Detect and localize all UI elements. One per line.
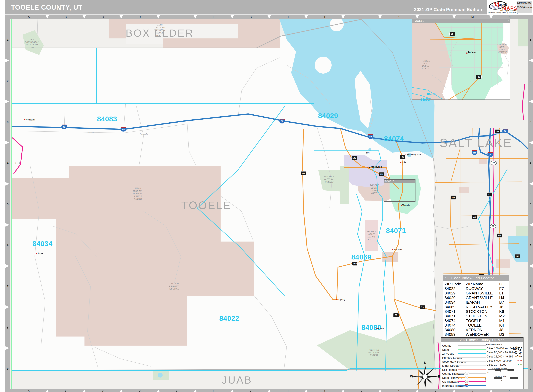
legend-city-class-2: Cities 25,000 - 49,999•City	[486, 354, 523, 358]
zip-table-row: 84034IBAPAHB7	[443, 300, 509, 304]
grid-notch	[529, 223, 533, 227]
grid-notch	[415, 15, 419, 19]
area-label-7: TOOELE ARMY DEPOT SOUTH	[367, 230, 376, 241]
inset-title: TOOELE	[413, 19, 425, 23]
inset-zip-label-84029: 84029	[427, 92, 436, 96]
grid-letter-top-B: B	[65, 15, 67, 19]
city-label-ibapah: Ibapah	[36, 252, 44, 255]
grid-notch	[194, 390, 197, 392]
legend-item-secondary: Secondary Streets	[442, 359, 487, 363]
grid-notch	[82, 15, 86, 19]
legend-shield-oval: 123	[465, 372, 469, 375]
inset-route-shield-36: 36	[449, 32, 455, 36]
grid-letter-bottom-G: G	[250, 389, 252, 392]
legend-item-sample	[458, 369, 486, 370]
grid-number-right-1: 1	[530, 38, 531, 42]
grid-number-left-8: 8	[7, 326, 9, 329]
zip-label-84069: 84069	[351, 253, 371, 261]
interstate-shield-80: 80	[279, 119, 285, 124]
inset-window-icon: ≡	[508, 20, 509, 22]
grid-letter-bottom-D: D	[139, 389, 141, 392]
legend-item-sample	[458, 385, 486, 386]
legend-item-sample	[458, 373, 486, 374]
state-route-shield-36: 36	[393, 313, 399, 317]
scale-mi-bar	[486, 377, 518, 379]
legend-city-class-label: Cities 25,000 - 49,999	[486, 355, 513, 358]
city-label-dugway: Dugway	[336, 298, 345, 301]
county-label-salt-lake: SALT LAKE	[440, 136, 513, 150]
city-dot-icon	[36, 253, 37, 254]
area-label-1: BLM BONNEVILLE SALT FLATS UWA	[25, 38, 39, 49]
interstate-shield-80: 80	[502, 129, 508, 134]
grid-number-left-5: 5	[7, 203, 9, 206]
legend-shield-us: 123	[465, 380, 469, 383]
grid-notch	[46, 390, 49, 392]
grid-letter-top-C: C	[102, 15, 104, 19]
legend-shield-i: 123	[465, 384, 468, 387]
state-route-shield-73: 73	[420, 305, 425, 309]
grid-number-right-3: 3	[530, 121, 531, 124]
legend-city-class-label: Cities 10 - 4,999	[486, 363, 506, 366]
legend-cities-header: Cities and Towns	[486, 343, 502, 345]
legend-city-class-symbol: •City	[518, 364, 522, 365]
state-route-shield-112: 112	[379, 172, 384, 176]
grid-notch	[193, 15, 197, 19]
grid-number-right-4: 4	[530, 161, 531, 165]
zip-table-row: 84022DUGWAYF7	[443, 286, 509, 291]
zip-index-title: ZIP Code Index/Grid Locator	[443, 275, 509, 281]
city-label-grantsville: Grantsville	[367, 165, 382, 168]
legend-city-class-1: Cities 50,000 - 99,999•City	[486, 350, 523, 354]
us-route-shield-89: 89	[491, 161, 497, 165]
grid-number-left-9: 9	[7, 367, 9, 370]
grid-notch	[5, 59, 9, 62]
grid-letter-top-G: G	[250, 15, 252, 19]
scale-mi-tick1: 4	[501, 379, 502, 381]
legend-city-class-4: Cities 10 - 4,999•City	[486, 362, 523, 367]
grid-notch	[5, 346, 9, 350]
legend-item-state-hwy: State Highways123	[442, 376, 487, 379]
area-label-2: UTAH TEST AND TRAINING RANGE SOUTH	[133, 187, 143, 200]
zip-label-84071: 84071	[386, 227, 406, 235]
grid-letter-bottom-K: K	[398, 389, 399, 392]
grid-number-left-2: 2	[7, 79, 9, 83]
legend-item-sample	[458, 357, 486, 358]
zip-label-84074: 84074	[384, 135, 404, 143]
grid-notch	[529, 346, 533, 350]
grid-letter-bottom-L: L	[435, 389, 436, 392]
zip-table-row: 84074TOOELEK4	[443, 323, 509, 327]
legend-item-label: Exit Ramps	[442, 368, 457, 372]
us-route-shield-89: 89	[490, 224, 496, 229]
zip-index-table: ZIP CodeZIP NameLOC84022DUGWAYF784029GRA…	[443, 281, 509, 337]
city-dot-icon	[392, 249, 393, 250]
city-label-wendover: Wendover	[24, 118, 35, 121]
city-dot-icon	[24, 119, 25, 120]
grid-notch	[5, 264, 9, 268]
grid-notch	[120, 390, 123, 392]
grid-number-right-5: 5	[530, 203, 531, 206]
city-dot-icon	[401, 205, 402, 206]
grid-letter-top-K: K	[398, 15, 400, 19]
zip-table-row: 84069RUSH VALLEYJ6	[443, 305, 509, 309]
inset-zip-label-84071: 84071	[420, 98, 429, 102]
grid-notch	[5, 100, 9, 103]
grid-notch	[305, 390, 308, 392]
legend-item-label: State	[442, 348, 449, 351]
legend-item-us-hwy: US Highways123	[442, 379, 487, 383]
zip-table-row: 84083WENDOVERD3	[443, 332, 509, 337]
grid-number-right-7: 7	[530, 285, 531, 288]
legend-item-sample	[458, 377, 486, 378]
grid-letter-top-I: I	[324, 15, 325, 19]
grid-notch	[490, 390, 493, 392]
grid-notch	[529, 59, 533, 62]
legend-city-class-label: Cities 50,000 - 99,999	[486, 351, 513, 354]
legend-city-class-3: Cities 5,000 - 24,999•City	[486, 358, 523, 362]
legend-city-class-symbol: •City	[518, 359, 522, 362]
zip-table-header: ZIP CodeZIP NameLOC	[443, 282, 509, 286]
legend-item-label: Minor Streets	[442, 364, 459, 367]
legend-panel: 2021 Tooele County, UT Map Cities and To…	[441, 337, 524, 389]
state-route-shield-36: 36	[400, 155, 406, 159]
grid-notch	[529, 182, 533, 186]
inset-title-bar: TOOELE ≡	[412, 19, 510, 23]
inset-locator-box: TOOELE	[384, 179, 415, 202]
area-label-0: UTAH TEST AND TRAINING RANGE NORTH	[154, 23, 165, 37]
